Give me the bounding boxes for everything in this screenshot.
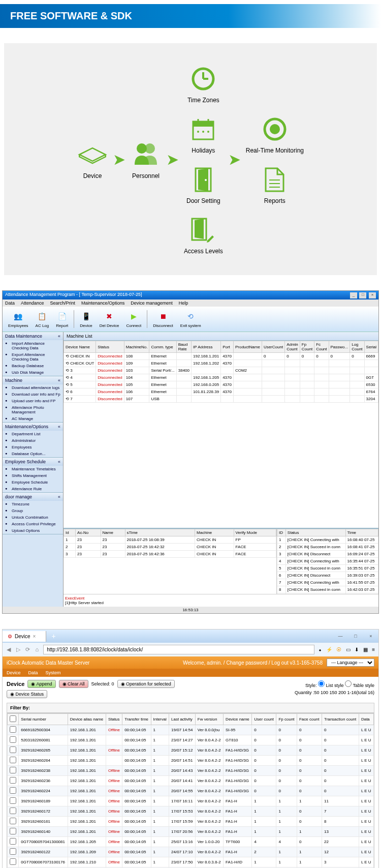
- table-row[interactable]: ⟲ 6Disconnected106Ethernet101.81.228.394…: [64, 388, 378, 396]
- back-button[interactable]: ◀: [5, 646, 13, 652]
- tab-icon[interactable]: ▭: [344, 647, 352, 652]
- sidebar-item[interactable]: Administrator: [3, 437, 63, 444]
- table-row[interactable]: 2[CHECK IN] Succeed in conn16:08:41 07-2…: [277, 544, 378, 551]
- device-status-button[interactable]: ◉ Device Status: [7, 690, 47, 698]
- rss-icon[interactable]: ⦿: [335, 647, 343, 652]
- sidebar-item[interactable]: Download attendance logs: [3, 384, 63, 391]
- table-row[interactable]: ⟲ 4Disconnected104Ethernet192.168.1.2054…: [64, 374, 378, 381]
- table-row[interactable]: 6669182500304192.168.1.201Offline00:00;1…: [8, 725, 374, 735]
- menu-item[interactable]: Device: [7, 670, 21, 675]
- toolbar-button[interactable]: ▶Connect: [123, 309, 144, 329]
- sidebar-item[interactable]: Access Control Privilege: [3, 521, 63, 527]
- sidebar-item[interactable]: AC Manage: [3, 415, 63, 422]
- minimize-button[interactable]: —: [333, 631, 348, 641]
- maximize-button[interactable]: □: [348, 631, 363, 641]
- menu-icon[interactable]: ≡: [370, 647, 376, 652]
- table-row[interactable]: ⟲ 3Disconnected103Serial Port/...38400CO…: [64, 367, 378, 374]
- sidebar-group-header[interactable]: Employee Schedule«: [3, 458, 63, 466]
- device-grid[interactable]: Serial numberDevice alias nameStatusTran…: [7, 713, 374, 868]
- table-row[interactable]: 3929182460264192.168.1.20100:00;14:05120…: [8, 756, 374, 766]
- toolbar-button[interactable]: 👥Employees: [5, 309, 31, 329]
- sidebar-item[interactable]: Upload Options: [3, 527, 63, 534]
- sidebar-item[interactable]: Group: [3, 507, 63, 514]
- close-button[interactable]: ×: [363, 631, 378, 641]
- sidebar-item[interactable]: Attendance Photo Management: [3, 404, 63, 415]
- sidebar-item[interactable]: Employees: [3, 444, 63, 451]
- bolt-icon[interactable]: ⚡: [325, 647, 334, 652]
- table-row[interactable]: ⟲ 5Disconnected105Ethernet192.168.0.2054…: [64, 381, 378, 388]
- menu-item[interactable]: Maintenance/Options: [81, 301, 124, 306]
- toolbar-button[interactable]: 📄Report: [53, 309, 71, 329]
- minimize-button[interactable]: _: [350, 292, 357, 298]
- table-row[interactable]: 5[CHECK IN] Succeed in conn16:35:51 07-2…: [277, 565, 378, 572]
- table-row[interactable]: 323232018-07-25 16:42:36CHECK INFACE: [64, 551, 276, 558]
- clear-button[interactable]: ◉ Clear All: [59, 680, 88, 688]
- table-row[interactable]: 223232018-07-25 16:42:32CHECK INFACE: [64, 544, 276, 551]
- sidebar-item[interactable]: Backup Database: [3, 363, 63, 369]
- sidebar-item[interactable]: Download user info and Fp: [3, 391, 63, 398]
- language-select[interactable]: --- Language ---: [327, 659, 374, 667]
- table-row[interactable]: 3929182460122192.168.1.209Offline00:00;1…: [8, 847, 374, 857]
- menu-item[interactable]: Help: [179, 301, 188, 306]
- menu-item[interactable]: Device management: [131, 301, 173, 306]
- table-row[interactable]: 3[CHECK IN] Disconnect16:09:24 07-25: [277, 551, 378, 558]
- table-row[interactable]: 3929182460140192.168.1.201Offline00:00;1…: [8, 827, 374, 837]
- sidebar-item[interactable]: Maintenance Timetables: [3, 466, 63, 472]
- sidebar-item[interactable]: Unlock Combination: [3, 514, 63, 521]
- toolbar-button[interactable]: 📱Device: [77, 309, 95, 329]
- table-row[interactable]: ⟲ CHECK INDisconnected108Ethernet192.168…: [64, 353, 378, 360]
- sidebar-item[interactable]: Upload user info and FP: [3, 398, 63, 404]
- table-row[interactable]: 3929182460172192.168.1.201Offline00:00;1…: [8, 806, 374, 817]
- close-button[interactable]: ×: [369, 292, 376, 298]
- browser-tab[interactable]: ⚙ Device ×: [3, 631, 46, 642]
- table-row[interactable]: 5203182260081192.168.1.20100:00;14:05123…: [8, 735, 374, 745]
- sidebar-item[interactable]: Database Option...: [3, 451, 63, 457]
- menu-item[interactable]: System: [46, 670, 61, 675]
- table-row[interactable]: 3929182460236192.168.1.201Offline00:00;1…: [8, 776, 374, 786]
- table-row[interactable]: ⟲ CHECK OUTDisconnected109Ethernet192.16…: [64, 360, 378, 367]
- close-icon[interactable]: ×: [33, 634, 36, 639]
- table-row[interactable]: 6[CHECK IN] Disconnect16:39:03 07-25: [277, 572, 378, 579]
- liststyle-radio[interactable]: [318, 680, 325, 687]
- table-row[interactable]: 3929182460189192.168.1.201Offline00:00;1…: [8, 796, 374, 806]
- maximize-button[interactable]: □: [359, 292, 366, 298]
- table-row[interactable]: 123232018-07-25 16:08:39CHECK INFP: [64, 536, 276, 544]
- sidebar-group-header[interactable]: Data Maintenance«: [3, 332, 63, 340]
- status-grid[interactable]: IDStatusTime1[CHECK IN] Connecting with1…: [277, 529, 378, 594]
- menu-item[interactable]: Attendance: [21, 301, 44, 306]
- append-button[interactable]: ◉ Append: [27, 680, 55, 688]
- sidebar-item[interactable]: Department List: [3, 431, 63, 437]
- table-row[interactable]: 4[CHECK IN] Connecting with16:35:44 07-2…: [277, 558, 378, 565]
- sidebar-group-header[interactable]: Maintenance/Options«: [3, 423, 63, 431]
- reload-button[interactable]: ⟳: [23, 646, 32, 652]
- sidebar-item[interactable]: Employee Schedule: [3, 479, 63, 486]
- table-row[interactable]: 7[CHECK IN] Connecting with16:41:55 07-2…: [277, 579, 378, 586]
- sidebar-item[interactable]: Shifts Management: [3, 472, 63, 479]
- sidebar-group-header[interactable]: door manage«: [3, 493, 63, 501]
- url-input[interactable]: http://192.168.1.88:8082/iclock/data/icl…: [43, 645, 314, 654]
- menu-item[interactable]: Data: [5, 301, 15, 306]
- new-tab-button[interactable]: +: [46, 630, 60, 643]
- sidebar-item[interactable]: Timezone: [3, 501, 63, 507]
- sidebar-item[interactable]: Usb Disk Manage: [3, 369, 63, 376]
- toolbar-button[interactable]: ✖Del Device: [97, 309, 122, 329]
- table-row[interactable]: 3929182460161192.168.1.201Offline00:00;1…: [8, 817, 374, 827]
- table-row[interactable]: 3929182460224192.168.1.201Offline00:00;1…: [8, 786, 374, 796]
- log-grid[interactable]: IdAc-NoNamesTimeMachineVerify Mode123232…: [64, 529, 277, 594]
- toolbar-button[interactable]: ⏹Disconnect: [150, 309, 176, 329]
- sidebar-group-header[interactable]: Machine«: [3, 376, 63, 384]
- table-row[interactable]: 3929182460238192.168.1.201Offline00:00;1…: [8, 766, 374, 776]
- tablestyle-radio[interactable]: [345, 680, 352, 687]
- menu-item[interactable]: Data: [28, 670, 38, 675]
- forward-button[interactable]: ▷: [14, 646, 22, 652]
- toolbar-button[interactable]: 📋AC Log: [33, 309, 52, 329]
- home-button[interactable]: ⌂: [34, 646, 41, 652]
- sidebar-item[interactable]: Import Attendance Checking Data: [3, 340, 63, 351]
- table-row[interactable]: 8[CHECK IN] Succeed in conn16:42:03 07-2…: [277, 586, 378, 593]
- table-row[interactable]: 1[CHECK IN] Connecting with16:08:40 07-2…: [277, 536, 378, 544]
- sidebar-item[interactable]: Attendance Rule: [3, 486, 63, 492]
- sidebar-item[interactable]: Export Attendance Checking Data: [3, 351, 63, 363]
- table-row[interactable]: 0GT7080057041300081192.168.1.205Offline0…: [8, 837, 374, 847]
- download-icon[interactable]: ⬇: [353, 647, 360, 652]
- extension-icon[interactable]: ⬥: [317, 647, 323, 652]
